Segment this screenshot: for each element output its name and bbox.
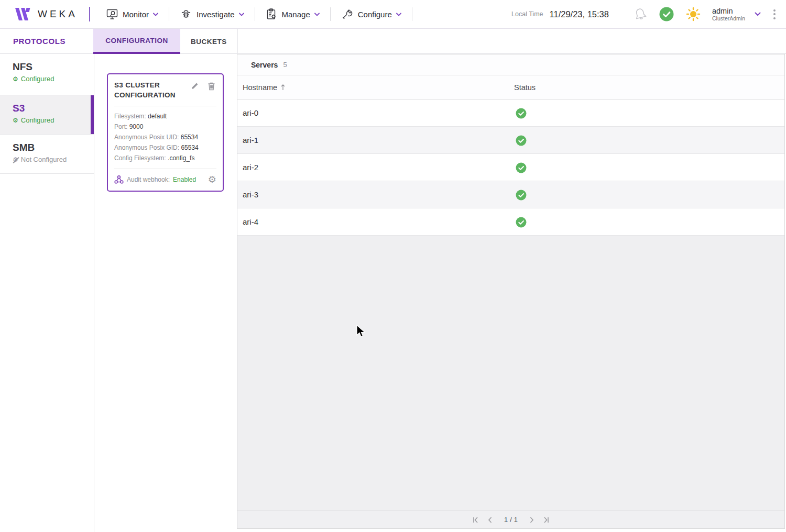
sun-icon[interactable] xyxy=(685,6,701,22)
protocol-name: SMB xyxy=(13,142,94,153)
menu-monitor-label: Monitor xyxy=(123,10,149,19)
pagination: 1 / 1 xyxy=(237,511,784,528)
configured-gear-icon: ⚙ xyxy=(13,75,18,83)
sidebar-item-s3[interactable]: S3 ⚙ Configured xyxy=(0,95,94,135)
protocol-status: ⚙ Configured xyxy=(13,75,94,83)
table-row[interactable]: ari-0 xyxy=(237,99,784,127)
configured-gear-icon: ⚙ xyxy=(13,117,18,124)
status-ok-icon xyxy=(516,162,527,175)
chevron-down-icon xyxy=(396,13,401,16)
weka-logo-icon xyxy=(14,6,31,22)
menu-monitor[interactable]: Monitor xyxy=(95,0,169,29)
servers-header: Servers 5 xyxy=(237,54,784,75)
menu-investigate-label: Investigate xyxy=(196,10,235,19)
servers-panel: Servers 5 Hostname Status ari-0 ari-1 xyxy=(237,54,785,529)
divider xyxy=(114,106,216,106)
clipboard-gear-icon xyxy=(266,8,278,20)
edit-pencil-icon[interactable] xyxy=(191,82,199,90)
logo-text: WEKA xyxy=(38,8,78,20)
protocol-name: NFS xyxy=(13,61,94,73)
health-check-icon[interactable] xyxy=(659,6,674,22)
topbar: WEKA Monitor Investigate xyxy=(0,0,786,29)
panel-empty-area xyxy=(237,236,784,511)
tab-configuration[interactable]: CONFIGURATION xyxy=(93,29,180,54)
sidebar-item-nfs[interactable]: NFS ⚙ Configured xyxy=(0,54,94,95)
bell-icon[interactable] xyxy=(633,6,648,22)
table-row[interactable]: ari-2 xyxy=(237,154,784,181)
status-ok-icon xyxy=(516,135,527,148)
monitor-icon xyxy=(106,8,118,20)
local-time-label: Local Time xyxy=(511,10,543,18)
protocols-sidebar: NFS ⚙ Configured S3 ⚙ Configured SMB ⚙ N… xyxy=(0,54,94,532)
detective-icon xyxy=(180,8,192,20)
page-indicator: 1 / 1 xyxy=(504,516,518,524)
table-row[interactable]: ari-3 xyxy=(237,181,784,208)
menu-manage[interactable]: Manage xyxy=(255,0,330,29)
hostname-cell: ari-3 xyxy=(237,190,258,199)
status-ok-icon xyxy=(516,190,527,203)
topbar-right: Local Time 11/29/23, 15:38 xyxy=(511,6,786,22)
protocol-status: ⚙ Configured xyxy=(13,116,94,124)
configuration-panel: S3 CLUSTER CONFIGURATION Filesystem: def… xyxy=(95,54,237,532)
s3-cluster-configuration-card: S3 CLUSTER CONFIGURATION Filesystem: def… xyxy=(107,73,224,192)
first-page-button[interactable] xyxy=(472,516,479,524)
not-configured-gear-icon: ⚙ xyxy=(13,156,18,163)
user-block[interactable]: admin ClusterAdmin xyxy=(712,7,745,21)
column-hostname[interactable]: Hostname xyxy=(237,83,286,92)
hostname-cell: ari-1 xyxy=(237,136,258,145)
user-role: ClusterAdmin xyxy=(712,15,745,21)
weka-logo[interactable]: WEKA xyxy=(14,6,78,22)
field-port: Port: 9000 xyxy=(114,121,216,132)
last-page-button[interactable] xyxy=(543,516,550,524)
audit-webhook-label: Audit webhook: xyxy=(127,176,170,183)
table-header: Hostname Status xyxy=(237,75,784,99)
trash-icon[interactable] xyxy=(208,82,215,91)
hostname-cell: ari-2 xyxy=(237,163,258,172)
status-ok-icon xyxy=(516,217,527,230)
column-status[interactable]: Status xyxy=(514,83,536,92)
topbar-divider xyxy=(89,7,90,21)
audit-webhook-row: Audit webhook: Enabled ⚙ xyxy=(114,174,216,184)
wrench-icon xyxy=(341,8,354,20)
menu-configure-label: Configure xyxy=(358,10,392,19)
field-anonymous-posix-gid: Anonymous Posix GID: 65534 xyxy=(114,142,216,153)
chevron-down-icon xyxy=(239,13,244,16)
local-time-value: 11/29/23, 15:38 xyxy=(550,9,609,19)
previous-page-button[interactable] xyxy=(486,516,494,524)
hostname-cell: ari-4 xyxy=(237,217,258,226)
next-page-button[interactable] xyxy=(528,516,536,524)
field-config-filesystem: Config Filesystem: .config_fs xyxy=(114,153,216,163)
chevron-down-icon xyxy=(153,13,158,16)
tab-buckets[interactable]: BUCKETS xyxy=(180,29,238,54)
card-title: S3 CLUSTER CONFIGURATION xyxy=(114,81,193,101)
kebab-menu-icon[interactable] xyxy=(773,9,776,19)
status-ok-icon xyxy=(516,108,527,121)
hostname-cell: ari-0 xyxy=(237,108,258,117)
table-row[interactable]: ari-4 xyxy=(237,208,784,236)
protocol-name: S3 xyxy=(13,103,94,114)
servers-count: 5 xyxy=(283,61,287,69)
audit-webhook-status: Enabled xyxy=(173,176,196,183)
webhook-icon xyxy=(114,175,124,184)
protocol-status: ⚙ Not Configured xyxy=(13,156,94,163)
sidebar-title: PROTOCOLS xyxy=(0,29,93,53)
chevron-down-icon xyxy=(314,13,320,16)
menu-configure[interactable]: Configure xyxy=(331,0,412,29)
menu-manage-label: Manage xyxy=(282,10,310,19)
weka-app: WEKA Monitor Investigate xyxy=(0,0,786,532)
sidebar-item-smb[interactable]: SMB ⚙ Not Configured xyxy=(0,135,94,174)
user-chevron-down-icon[interactable] xyxy=(755,12,761,16)
table-row[interactable]: ari-1 xyxy=(237,127,784,154)
sort-ascending-icon xyxy=(280,84,286,91)
field-filesystem: Filesystem: default xyxy=(114,111,216,121)
menu-separator xyxy=(412,7,412,21)
menu-investigate[interactable]: Investigate xyxy=(169,0,255,29)
gear-icon[interactable]: ⚙ xyxy=(208,175,216,184)
mouse-cursor xyxy=(356,325,367,340)
field-anonymous-posix-uid: Anonymous Posix UID: 65534 xyxy=(114,132,216,142)
divider xyxy=(114,169,216,169)
tab-bar: PROTOCOLS CONFIGURATION BUCKETS xyxy=(0,29,786,54)
servers-title: Servers xyxy=(251,61,278,69)
user-name: admin xyxy=(712,7,745,15)
